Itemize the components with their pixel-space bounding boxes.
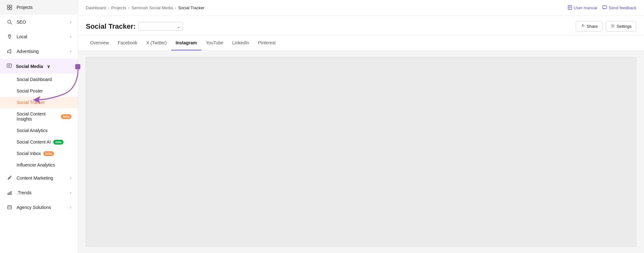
- share-button[interactable]: Share: [576, 21, 603, 32]
- settings-button[interactable]: Settings: [606, 21, 636, 32]
- topbar-actions: User manual Send feedback: [567, 5, 636, 11]
- sidebar-item-projects[interactable]: Projects: [0, 0, 78, 15]
- page-title: Social Tracker:: [86, 22, 136, 31]
- projects-icon: [6, 4, 13, 11]
- chevron-right-icon: ›: [70, 34, 71, 39]
- svg-rect-3: [10, 8, 12, 10]
- sidebar-item-label: Advertising: [17, 49, 66, 54]
- sidebar-social-media-section: Social Media ∨ Social DashboardSocial Po…: [0, 59, 78, 171]
- svg-point-17: [612, 25, 613, 26]
- sidebar-sub-item-label: Social Poster: [17, 88, 43, 93]
- sidebar-item-label: Content Marketing: [17, 175, 66, 181]
- local-icon: [6, 33, 13, 40]
- sidebar-item-influencer-analytics[interactable]: Influencer Analytics: [0, 159, 78, 171]
- sidebar-sub-item-label: Social Tracker: [17, 100, 45, 105]
- sidebar-sub-item-label: Social Inbox: [17, 151, 41, 156]
- breadcrumb-current: Social Tracker: [178, 5, 204, 10]
- share-icon: [581, 24, 585, 29]
- sidebar-sub-item-label: Influencer Analytics: [17, 162, 55, 167]
- svg-rect-7: [7, 64, 11, 67]
- svg-point-8: [9, 178, 10, 179]
- content-panel: [86, 57, 636, 247]
- sidebar-item-social-content-insights[interactable]: Social Content Insightsbeta: [0, 108, 78, 125]
- user-manual-icon: [567, 5, 572, 11]
- sidebar-item-social-inbox[interactable]: Social Inboxbeta: [0, 148, 78, 159]
- page-header: Social Tracker: ⌄ Share: [78, 16, 644, 36]
- badge-beta: beta: [61, 114, 71, 119]
- trends-icon: [6, 190, 13, 196]
- settings-label: Settings: [617, 24, 632, 29]
- sidebar-item-content-marketing[interactable]: Content Marketing ›: [0, 171, 78, 185]
- social-media-label: Social Media: [16, 64, 43, 69]
- tab-instagram[interactable]: Instagram: [171, 36, 201, 50]
- content-marketing-icon: [6, 175, 13, 181]
- sidebar-sub-item-label: Social Content AI: [17, 139, 51, 145]
- tab-linkedin[interactable]: LinkedIn: [228, 36, 254, 50]
- breadcrumb-sep-3: ›: [175, 5, 176, 10]
- tabs-bar: OverviewFacebookX (Twitter)InstagramYouT…: [78, 36, 644, 51]
- svg-line-5: [11, 23, 12, 24]
- share-label: Share: [587, 24, 598, 29]
- seo-icon: [6, 19, 13, 25]
- svg-rect-12: [8, 206, 11, 209]
- sidebar-sub-item-label: Social Analytics: [17, 128, 48, 133]
- header-buttons: Share Settings: [576, 21, 636, 32]
- social-sub-items: Social DashboardSocial PosterSocial Trac…: [0, 74, 78, 171]
- sidebar-item-social-content-ai[interactable]: Social Content AInew: [0, 136, 78, 148]
- svg-rect-2: [7, 8, 9, 10]
- svg-rect-0: [7, 5, 9, 7]
- tab-youtube[interactable]: YouTube: [201, 36, 228, 50]
- breadcrumb-dashboard[interactable]: Dashboard: [86, 5, 106, 10]
- badge-beta: beta: [43, 151, 54, 156]
- content-area: [78, 51, 644, 253]
- sidebar-item-social-poster[interactable]: Social Poster: [0, 85, 78, 97]
- breadcrumb: Dashboard › Projects › Semrush Social Me…: [86, 5, 204, 10]
- sidebar-item-social-media[interactable]: Social Media ∨: [0, 59, 78, 74]
- svg-point-16: [582, 25, 583, 26]
- badge-new: new: [53, 140, 63, 145]
- chevron-right-icon: ›: [70, 20, 71, 24]
- svg-rect-11: [11, 191, 11, 195]
- tab-overview[interactable]: Overview: [86, 36, 113, 50]
- topbar: Dashboard › Projects › Semrush Social Me…: [78, 0, 644, 16]
- chevron-right-icon: ›: [70, 205, 71, 210]
- main-content: Dashboard › Projects › Semrush Social Me…: [78, 0, 644, 253]
- sidebar-item-seo[interactable]: SEO ›: [0, 15, 78, 29]
- tab-facebook[interactable]: Facebook: [113, 36, 142, 50]
- sidebar-item-advertising[interactable]: Advertising ›: [0, 44, 78, 59]
- page-select-wrapper: ⌄: [138, 22, 183, 31]
- svg-rect-15: [603, 6, 607, 9]
- breadcrumb-semrush-social[interactable]: Semrush Social Media: [131, 5, 173, 10]
- svg-rect-10: [9, 192, 10, 195]
- sidebar-item-social-analytics[interactable]: Social Analytics: [0, 125, 78, 136]
- advertising-icon: [6, 48, 13, 55]
- project-select[interactable]: [138, 22, 183, 31]
- user-manual-label: User manual: [574, 5, 597, 10]
- user-manual-link[interactable]: User manual: [567, 5, 597, 11]
- svg-point-6: [9, 35, 10, 36]
- sidebar-item-label: SEO: [17, 19, 66, 25]
- breadcrumb-projects[interactable]: Projects: [111, 5, 126, 10]
- sidebar-item-label: .Trends: [17, 190, 66, 195]
- sidebar: Projects SEO › Local ›: [0, 0, 78, 253]
- tab-x-twitter[interactable]: X (Twitter): [142, 36, 171, 50]
- sidebar-item-social-dashboard[interactable]: Social Dashboard: [0, 74, 78, 85]
- feedback-icon: [602, 5, 607, 11]
- breadcrumb-sep-1: ›: [108, 5, 109, 10]
- breadcrumb-sep-2: ›: [128, 5, 129, 10]
- tab-pinterest[interactable]: Pinterest: [254, 36, 280, 50]
- sidebar-item-label: Local: [17, 34, 66, 39]
- sidebar-item-local[interactable]: Local ›: [0, 29, 78, 44]
- settings-icon: [611, 24, 615, 29]
- svg-rect-9: [8, 193, 9, 195]
- agency-solutions-icon: [6, 204, 13, 211]
- sidebar-item-trends[interactable]: .Trends ›: [0, 185, 78, 200]
- send-feedback-link[interactable]: Send feedback: [602, 5, 636, 11]
- sidebar-item-label: Projects: [17, 5, 71, 10]
- sidebar-item-social-tracker[interactable]: Social Tracker: [0, 97, 78, 108]
- sidebar-item-label: Agency Solutions: [17, 205, 66, 210]
- chevron-right-icon: ›: [70, 176, 71, 180]
- sidebar-item-agency-solutions[interactable]: Agency Solutions ›: [0, 200, 78, 215]
- chevron-right-icon: ›: [70, 190, 71, 195]
- social-media-icon: [6, 63, 12, 70]
